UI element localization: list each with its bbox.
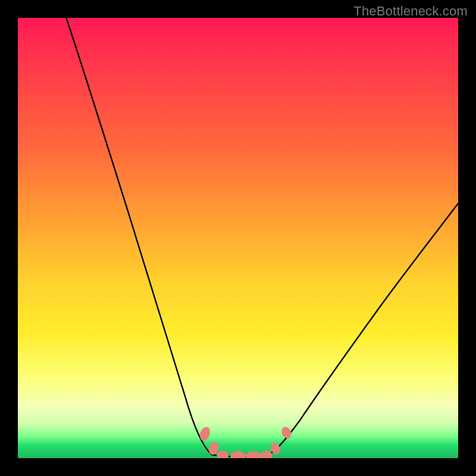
plot-area (18, 18, 458, 458)
marker-dot (246, 451, 261, 458)
watermark-text: TheBottleneck.com (353, 4, 468, 19)
curve-layer (18, 18, 458, 458)
marker-dot (217, 451, 228, 458)
marker-group (198, 425, 293, 458)
marker-dot (261, 451, 273, 458)
chart-frame: TheBottleneck.com (0, 0, 476, 476)
marker-dot (198, 425, 212, 442)
right-curve (269, 203, 458, 455)
marker-dot (230, 451, 246, 458)
left-curve (66, 18, 211, 455)
marker-dot (280, 425, 293, 440)
